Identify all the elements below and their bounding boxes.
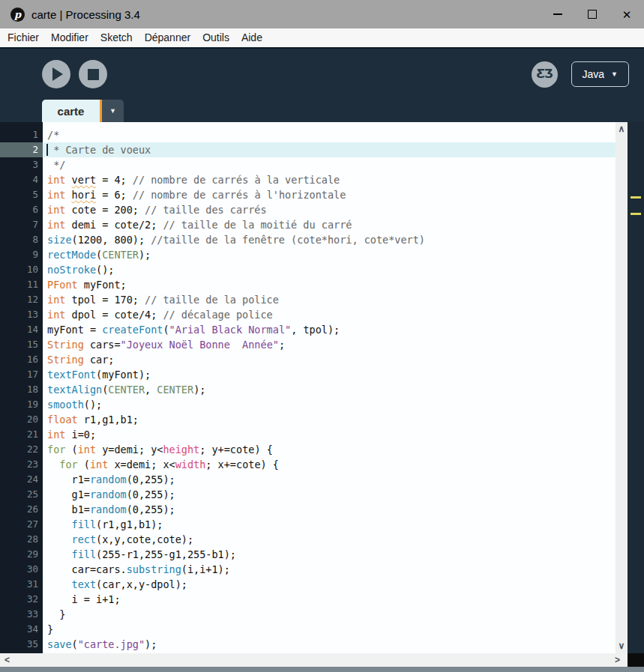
code-line-26[interactable]: b1=random(0,255); <box>43 502 616 517</box>
code-lines[interactable]: /* * Carte de voeux */int vert = 4; // n… <box>43 122 616 653</box>
code-line-31[interactable]: text(car,x,y-dpol); <box>43 577 616 592</box>
line-number-20: 20 <box>0 412 43 427</box>
debug-button[interactable]: ƸӠ <box>532 61 558 88</box>
warning-marker-1[interactable] <box>631 196 641 199</box>
stop-button[interactable] <box>79 60 107 88</box>
vertical-scrollbar[interactable]: ∧ ∨ <box>616 122 628 653</box>
text-caret <box>46 144 48 156</box>
window-controls: ✕ <box>541 0 644 28</box>
menu-aide[interactable]: Aide <box>235 28 268 47</box>
line-number-25: 25 <box>0 487 43 502</box>
code-line-9[interactable]: rectMode(CENTER); <box>43 247 616 262</box>
line-number-14: 14 <box>0 322 43 337</box>
code-line-32[interactable]: i = i+1; <box>43 592 616 607</box>
error-marker-column <box>628 122 644 653</box>
line-number-1: 1 <box>0 127 43 142</box>
code-line-14[interactable]: myFont = createFont("Arial Black Normal"… <box>43 322 616 337</box>
code-line-25[interactable]: g1=random(0,255); <box>43 487 616 502</box>
maximize-button[interactable] <box>575 0 610 28</box>
scroll-down-icon[interactable]: ∨ <box>619 641 625 650</box>
line-number-28: 28 <box>0 532 43 547</box>
titlebar: p carte | Processing 3.4 ✕ <box>0 0 644 28</box>
line-number-18: 18 <box>0 382 43 397</box>
code-line-7[interactable]: int demi = cote/2; // taille de la moiti… <box>43 217 616 232</box>
stop-icon <box>88 69 99 80</box>
menu-depanner[interactable]: Dépanner <box>139 28 197 47</box>
tab-carte-label[interactable]: carte <box>42 100 102 122</box>
processing-logo-icon: p <box>10 7 25 22</box>
chevron-down-icon: ▼ <box>611 70 618 78</box>
warning-marker-2[interactable] <box>631 213 641 215</box>
code-line-27[interactable]: fill(r1,g1,b1); <box>43 517 616 532</box>
line-number-19: 19 <box>0 397 43 412</box>
code-line-20[interactable]: float r1,g1,b1; <box>43 412 616 427</box>
line-number-27: 27 <box>0 517 43 532</box>
code-line-10[interactable]: noStroke(); <box>43 262 616 277</box>
gutter: 1234567891011121314151617181920212223242… <box>0 122 43 653</box>
code-line-5[interactable]: int hori = 6; // nombre de carrés à l'ho… <box>43 187 616 202</box>
line-number-10: 10 <box>0 262 43 277</box>
line-number-23: 23 <box>0 457 43 472</box>
code-line-12[interactable]: int tpol = 170; // taille de la police <box>43 292 616 307</box>
code-line-1[interactable]: /* <box>43 127 616 142</box>
code-line-16[interactable]: String car; <box>43 352 616 367</box>
horizontal-scrollbar[interactable]: < > <box>0 653 644 667</box>
code-line-18[interactable]: textAlign(CENTER, CENTER); <box>43 382 616 397</box>
line-number-35: 35 <box>0 637 43 652</box>
line-number-17: 17 <box>0 367 43 382</box>
line-number-9: 9 <box>0 247 43 262</box>
code-line-6[interactable]: int cote = 200; // taille des carrés <box>43 202 616 217</box>
line-number-26: 26 <box>0 502 43 517</box>
scroll-right-icon[interactable]: > <box>615 656 620 665</box>
line-number-24: 24 <box>0 472 43 487</box>
code-line-11[interactable]: PFont myFont; <box>43 277 616 292</box>
code-line-2[interactable]: * Carte de voeux <box>43 142 616 157</box>
line-number-7: 7 <box>0 217 43 232</box>
code-line-35[interactable]: save("carte.jpg"); <box>43 637 616 652</box>
mode-selector-java[interactable]: Java ▼ <box>571 61 630 87</box>
processing-window: p carte | Processing 3.4 ✕ Fichier Modif… <box>0 0 644 672</box>
code-line-13[interactable]: int dpol = cote/4; // décalage police <box>43 307 616 322</box>
close-button[interactable]: ✕ <box>610 0 644 28</box>
minimize-button[interactable] <box>541 0 575 28</box>
code-line-28[interactable]: rect(x,y,cote,cote); <box>43 532 616 547</box>
code-line-23[interactable]: for (int x=demi; x<width; x+=cote) { <box>43 457 616 472</box>
code-line-34[interactable]: } <box>43 622 616 637</box>
menu-sketch[interactable]: Sketch <box>94 28 139 47</box>
code-editor: 1234567891011121314151617181920212223242… <box>0 122 644 653</box>
code-line-3[interactable]: */ <box>43 157 616 172</box>
code-line-30[interactable]: car=cars.substring(i,i+1); <box>43 562 616 577</box>
tab-dropdown-button[interactable]: ▼ <box>102 100 124 122</box>
code-line-17[interactable]: textFont(myFont); <box>43 367 616 382</box>
minimize-icon <box>553 13 562 15</box>
line-number-32: 32 <box>0 592 43 607</box>
scrollbar-corner <box>628 653 644 667</box>
scroll-up-icon[interactable]: ∧ <box>619 124 625 133</box>
code-line-8[interactable]: size(1200, 800); //taille de la fenêtre … <box>43 232 616 247</box>
line-number-29: 29 <box>0 547 43 562</box>
close-icon: ✕ <box>622 9 632 20</box>
line-number-4: 4 <box>0 172 43 187</box>
code-line-15[interactable]: String cars="Joyeux Noël Bonne Année"; <box>43 337 616 352</box>
menu-modifier[interactable]: Modifier <box>45 28 94 47</box>
menu-fichier[interactable]: Fichier <box>1 28 45 47</box>
toolbar: ƸӠ Java ▼ carte ▼ <box>0 47 644 122</box>
line-number-21: 21 <box>0 427 43 442</box>
maximize-icon <box>588 10 597 19</box>
line-number-6: 6 <box>0 202 43 217</box>
code-line-24[interactable]: r1=random(0,255); <box>43 472 616 487</box>
code-line-4[interactable]: int vert = 4; // nombre de carrés à la v… <box>43 172 616 187</box>
code-line-29[interactable]: fill(255-r1,255-g1,255-b1); <box>43 547 616 562</box>
line-number-13: 13 <box>0 307 43 322</box>
code-line-19[interactable]: smooth(); <box>43 397 616 412</box>
mode-label: Java <box>583 68 605 80</box>
code-line-22[interactable]: for (int y=demi; y<height; y+=cote) { <box>43 442 616 457</box>
tab-carte[interactable]: carte ▼ <box>42 100 124 122</box>
run-button[interactable] <box>42 60 70 88</box>
code-line-21[interactable]: int i=0; <box>43 427 616 442</box>
play-icon <box>52 67 63 81</box>
menu-outils[interactable]: Outils <box>196 28 235 47</box>
status-strip <box>0 667 644 672</box>
code-line-33[interactable]: } <box>43 607 616 622</box>
scroll-left-icon[interactable]: < <box>4 656 10 665</box>
